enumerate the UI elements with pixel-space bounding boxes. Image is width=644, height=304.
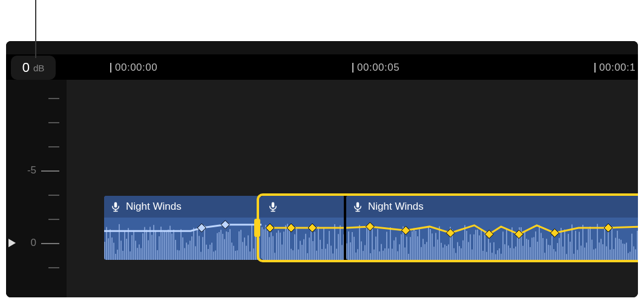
timeline-topbar [6,41,638,54]
ruler-label: 00:00:1 [599,62,636,74]
db-scale-tick [48,195,59,196]
ruler-tick [110,63,111,73]
db-scale-tick [48,98,59,99]
audio-clip[interactable]: Night Winds [346,196,638,260]
db-scale[interactable]: -50 [6,80,67,297]
time-ruler[interactable]: 00:00:0000:00:0500:00:1 [104,54,638,80]
db-scale-tick [48,219,59,220]
ruler-label: 00:00:05 [357,62,399,74]
volume-curve[interactable] [104,196,261,260]
clip-divider [344,193,346,262]
ruler-tick [594,63,596,73]
volume-curve[interactable] [346,196,638,260]
db-scale-tick [48,122,59,123]
db-readout[interactable]: 0 dB [11,56,56,80]
ruler-row: 0 dB 00:00:0000:00:0500:00:1 [6,54,638,80]
db-indicator-icon[interactable] [8,239,18,247]
db-scale-tick [41,170,59,172]
ruler-tick [352,63,353,73]
timeline-body: -50 Night WindsNight Winds [6,80,638,297]
db-scale-tick [48,267,59,268]
volume-curve[interactable] [261,196,346,260]
db-unit: dB [33,63,44,73]
db-scale-label: 0 [31,237,36,249]
db-scale-label: -5 [27,164,36,176]
db-value: 0 [22,60,30,76]
callout-line [35,0,36,58]
db-scale-tick [41,243,59,244]
timeline-panel: 0 dB 00:00:0000:00:0500:00:1 -50 Night W… [6,41,638,297]
track-area[interactable]: Night WindsNight Winds [104,80,638,297]
db-scale-tick [48,146,59,147]
ruler-label: 00:00:00 [115,62,157,74]
audio-clip[interactable]: Night Winds [104,196,261,260]
audio-clip[interactable] [261,196,346,260]
